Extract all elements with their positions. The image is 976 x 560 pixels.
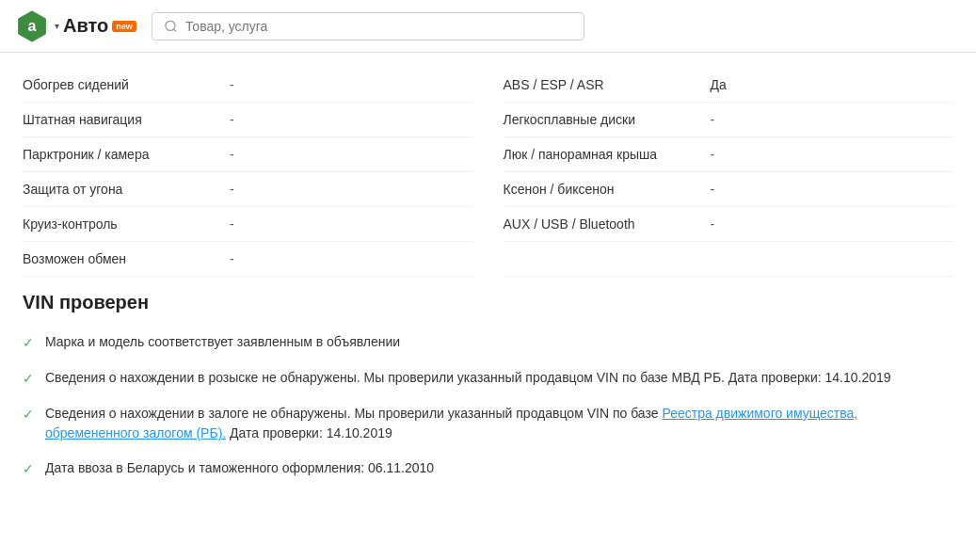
- features-row: Обогрев сидений-ABS / ESP / ASRДа: [23, 68, 953, 103]
- feature-label: Люк / панорамная крыша: [504, 147, 711, 162]
- vin-text: Дата ввоза в Беларусь и таможенного офор…: [45, 458, 953, 478]
- check-icon: ✓: [23, 459, 34, 479]
- vin-item: ✓Сведения о нахождении в розыске не обна…: [23, 368, 953, 389]
- feature-left-4: Круиз-контроль-: [23, 207, 473, 242]
- check-icon: ✓: [23, 405, 34, 424]
- feature-left-1: Штатная навигация-: [23, 103, 473, 137]
- logo-icon: а: [15, 9, 49, 43]
- feature-label: Защита от угона: [23, 182, 230, 197]
- new-badge: new: [112, 21, 136, 32]
- feature-label: Легкосплавные диски: [504, 112, 711, 127]
- feature-right-2: Люк / панорамная крыша-: [504, 137, 954, 172]
- feature-right-0: ABS / ESP / ASRДа: [504, 68, 954, 103]
- vin-text: Сведения о нахождении в розыске не обнар…: [45, 368, 953, 388]
- feature-left-2: Парктроник / камера-: [23, 137, 473, 172]
- vin-item: ✓Марка и модель соответствует заявленным…: [23, 332, 953, 353]
- feature-label: ABS / ESP / ASR: [504, 77, 711, 92]
- svg-line-3: [173, 28, 176, 31]
- feature-value: -: [230, 112, 234, 127]
- main-content: Обогрев сидений-ABS / ESP / ASRДаШтатная…: [0, 53, 976, 509]
- feature-left-5: Возможен обмен-: [23, 242, 473, 277]
- feature-value: -: [230, 251, 234, 266]
- feature-right-4: AUX / USB / Bluetooth-: [504, 207, 954, 242]
- feature-label: Круиз-контроль: [23, 216, 230, 232]
- feature-value: -: [230, 182, 234, 197]
- vin-text: Марка и модель соответствует заявленным …: [45, 332, 953, 352]
- feature-label: Ксенон / биксенон: [504, 182, 711, 197]
- features-row: Парктроник / камера-Люк / панорамная кры…: [23, 137, 953, 172]
- header: а ▾ Авто new: [0, 0, 976, 53]
- feature-right-1: Легкосплавные диски-: [504, 103, 954, 137]
- feature-label: AUX / USB / Bluetooth: [504, 216, 711, 232]
- logo-dropdown[interactable]: ▾: [53, 21, 59, 31]
- feature-value: -: [230, 216, 234, 232]
- vin-text: Сведения о нахождении в залоге не обнару…: [45, 404, 953, 443]
- feature-right-5: [504, 242, 954, 277]
- check-icon: ✓: [23, 369, 34, 389]
- logo-title: Авто: [63, 15, 108, 37]
- features-section: Обогрев сидений-ABS / ESP / ASRДаШтатная…: [23, 68, 953, 277]
- feature-value: Да: [711, 77, 727, 92]
- feature-left-3: Защита от угона-: [23, 172, 473, 207]
- features-row: Штатная навигация-Легкосплавные диски-: [23, 103, 953, 137]
- feature-value: -: [230, 77, 234, 92]
- vin-item: ✓Сведения о нахождении в залоге не обнар…: [23, 404, 953, 443]
- features-row: Возможен обмен-: [23, 242, 953, 277]
- svg-point-2: [166, 21, 175, 30]
- feature-value: -: [711, 112, 715, 127]
- feature-value: -: [711, 147, 715, 162]
- search-icon: [164, 19, 178, 34]
- feature-value: -: [711, 216, 715, 232]
- vin-title: VIN проверен: [23, 292, 953, 313]
- feature-label: Парктроник / камера: [23, 147, 230, 162]
- feature-value: -: [711, 182, 715, 197]
- feature-label: Обогрев сидений: [23, 77, 230, 92]
- check-icon: ✓: [23, 333, 34, 353]
- feature-value: -: [230, 147, 234, 162]
- vin-item: ✓Дата ввоза в Беларусь и таможенного офо…: [23, 458, 953, 479]
- search-bar[interactable]: [152, 12, 584, 40]
- chevron-down-icon: ▾: [55, 21, 59, 31]
- features-row: Защита от угона-Ксенон / биксенон-: [23, 172, 953, 207]
- vin-link[interactable]: Реестра движимого имущества, обремененно…: [45, 406, 857, 440]
- feature-label: Возможен обмен: [23, 251, 230, 266]
- vin-section: VIN проверен ✓Марка и модель соответству…: [23, 292, 953, 479]
- search-input[interactable]: [185, 19, 572, 34]
- logo-area: а ▾ Авто new: [15, 9, 136, 43]
- features-row: Круиз-контроль-AUX / USB / Bluetooth-: [23, 207, 953, 242]
- feature-left-0: Обогрев сидений-: [23, 68, 473, 103]
- svg-text:а: а: [27, 17, 37, 34]
- feature-right-3: Ксенон / биксенон-: [504, 172, 954, 207]
- feature-label: Штатная навигация: [23, 112, 230, 127]
